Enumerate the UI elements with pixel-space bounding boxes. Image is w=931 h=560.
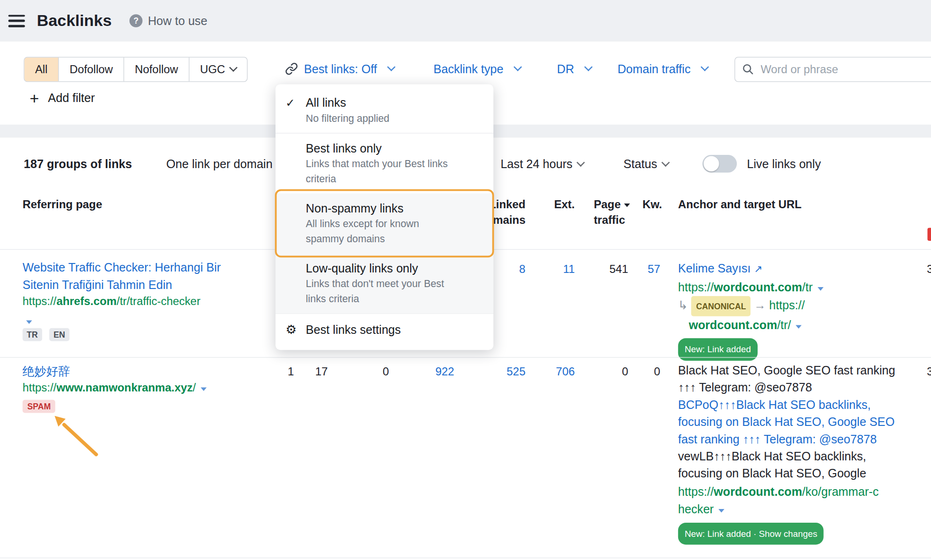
metric-link[interactable]: 922 [435, 365, 454, 378]
live-links-toggle[interactable] [702, 155, 737, 173]
tab-nofollow[interactable]: Nofollow [123, 58, 189, 81]
language-badges: TR EN [23, 328, 74, 341]
table-cell: 922 [392, 363, 454, 380]
tab-all[interactable]: All [25, 58, 59, 81]
referring-page-link[interactable]: Website Traffic Checker: Herhangi Bir Si… [23, 259, 260, 294]
canonical-line2: wordcount.com/tr/ [678, 316, 916, 334]
target-url[interactable]: https://wordcount.com/ko/grammar-checker [678, 485, 879, 516]
referring-page-url[interactable]: https://www.namwonkranma.xyz/ [23, 382, 207, 395]
target-url[interactable]: https://wordcount.com/tr [678, 280, 813, 294]
expand-caret-icon[interactable] [818, 287, 824, 291]
url-prefix: https:// [678, 280, 714, 294]
search-box [734, 57, 931, 82]
anchor-cell: Black Hat SEO, Google SEO fast ranking ↑… [678, 362, 899, 544]
annotation-arrow [48, 412, 104, 459]
url-domain: wordcount.com [714, 280, 802, 294]
best-links-filter-button[interactable]: Best links: Off [285, 57, 394, 81]
question-icon: ? [129, 14, 143, 27]
menu-item-desc: Links that don't meet your Best links cr… [306, 276, 457, 306]
chevron-down-icon [514, 63, 522, 71]
metric-link[interactable]: 11 [563, 263, 575, 275]
menu-item-label: All links [306, 95, 483, 111]
expand-caret-icon[interactable] [200, 387, 207, 391]
tab-ugc[interactable]: UGC [189, 58, 247, 81]
menu-item-non-spammy-links[interactable]: Non-spammy links All links except for kn… [276, 194, 493, 254]
status-dropdown[interactable]: Status [623, 157, 668, 171]
anchor-line: Kelime Sayısı ↗ [678, 259, 916, 278]
sort-desc-icon [624, 204, 630, 207]
column-header-page-traffic[interactable]: Page traffic [594, 197, 630, 228]
add-filter-button[interactable]: + Add filter [30, 91, 95, 105]
menu-item-best-links-only[interactable]: Best links only Links that match your Be… [276, 134, 493, 194]
chevron-down-icon [584, 63, 593, 71]
anchor-cell: Kelime Sayısı ↗ https://wordcount.com/tr… [678, 259, 916, 361]
status-badge[interactable]: New: Link added · Show changes [678, 523, 824, 544]
table-cell: 706 [528, 363, 575, 380]
spam-badge-wrap: SPAM [23, 400, 56, 413]
menu-item-all-links[interactable]: ✓ All links No filtering applied [276, 88, 493, 133]
url-domain: wordcount.com [689, 319, 777, 332]
menu-item-desc: No filtering applied [306, 111, 457, 126]
url-prefix: https:// [23, 382, 57, 394]
metric-link[interactable]: 57 [648, 263, 661, 275]
table-cell: 11 [528, 261, 575, 278]
page-traffic-line2: traffic [594, 212, 630, 228]
hamburger-menu-icon[interactable] [9, 15, 25, 27]
group-mode-dropdown[interactable]: One link per domain [166, 157, 284, 171]
menu-item-label: Non-spammy links [306, 201, 483, 217]
divider [0, 357, 931, 357]
anchor-text-link[interactable]: BCPoQ↑↑↑Black Hat SEO backlinks, focusin… [678, 398, 895, 446]
url-path: /tr [802, 280, 812, 294]
url-path: /tr/traffic-checker [117, 295, 200, 307]
clipped-cell: 3 [927, 261, 931, 278]
page-traffic-line1: Page [594, 198, 621, 211]
expand-caret-icon[interactable] [26, 320, 32, 324]
target-url-line: https://wordcount.com/tr [678, 278, 916, 296]
best-links-label: Best links: Off [304, 62, 377, 76]
menu-item-best-links-settings[interactable]: ⚙ Best links settings [276, 314, 493, 347]
top-header: Backlinks ? How to use [0, 0, 931, 42]
search-input[interactable] [759, 62, 931, 76]
table-cell: 57 [632, 261, 660, 278]
status-label: Status [623, 157, 657, 171]
expand-caret-icon[interactable] [718, 509, 724, 513]
plus-icon: + [30, 92, 39, 105]
date-range-dropdown[interactable]: Last 24 hours [500, 157, 584, 171]
canonical-line: ↳ CANONICAL → https:// [678, 296, 916, 316]
menu-item-low-quality-links[interactable]: Low-quality links only Links that don't … [276, 253, 493, 313]
column-header-ext[interactable]: Ext. [528, 197, 575, 212]
metric-link[interactable]: 706 [556, 365, 575, 378]
dr-filter-button[interactable]: DR [557, 57, 592, 81]
anchor-text-link[interactable]: Kelime Sayısı [678, 262, 751, 275]
referring-page-link[interactable]: 绝妙好辞 [23, 363, 70, 380]
toggle-knob [704, 156, 719, 171]
date-range-label: Last 24 hours [500, 157, 572, 171]
canonical-url-prefix[interactable]: https:// [769, 298, 805, 312]
url-prefix: https:// [678, 485, 714, 499]
tab-all-label: All [35, 63, 48, 76]
backlink-type-filter-button[interactable]: Backlink type [433, 57, 520, 81]
canonical-url[interactable]: wordcount.com/tr/ [689, 319, 791, 332]
link-type-tabs: All Dofollow Nofollow UGC [24, 57, 248, 82]
how-to-use-link[interactable]: ? How to use [129, 14, 207, 28]
column-header-kw[interactable]: Kw. [642, 197, 662, 212]
status-line: New: Link added · Show changes [678, 523, 899, 544]
metric-link[interactable]: 525 [507, 365, 526, 378]
referring-page-url[interactable]: https://ahrefs.com/tr/traffic-checker [23, 295, 200, 308]
table-cell: 525 [469, 363, 526, 380]
metric-link[interactable]: 8 [519, 263, 526, 275]
expand-caret-icon[interactable] [796, 325, 802, 329]
tab-dofollow[interactable]: Dofollow [58, 58, 123, 81]
best-links-dropdown-menu: ✓ All links No filtering applied Best li… [276, 84, 493, 350]
column-header-referring-page[interactable]: Referring page [23, 197, 102, 212]
domain-traffic-filter-button[interactable]: Domain traffic [618, 57, 708, 81]
divider [0, 558, 931, 558]
clipped-column-marker [927, 228, 931, 241]
tab-ugc-label: UGC [200, 63, 225, 76]
gear-icon: ⚙ [285, 322, 297, 337]
tab-nofollow-label: Nofollow [135, 63, 178, 76]
add-filter-label: Add filter [48, 91, 95, 105]
language-badge: TR [23, 328, 42, 341]
link-icon [285, 62, 298, 76]
menu-item-desc: All links except for known spammy domain… [306, 217, 457, 246]
